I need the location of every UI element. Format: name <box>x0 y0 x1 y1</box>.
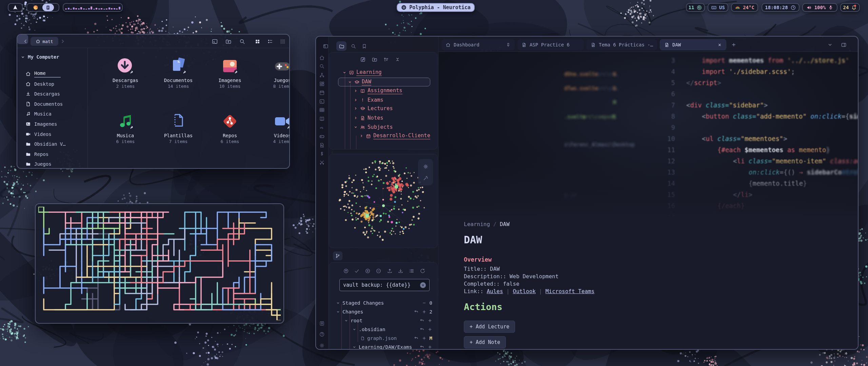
git-row-root[interactable]: root <box>344 317 362 324</box>
launcher-button[interactable] <box>8 3 23 12</box>
back-button[interactable] <box>22 38 28 44</box>
tree-item-daw[interactable]: DAW <box>348 78 371 86</box>
git-row-actions[interactable]: 0 <box>422 299 432 307</box>
sidebar-item-videos[interactable]: Videos <box>25 130 85 139</box>
fm-sidebar-header[interactable]: My Computer <box>21 54 59 60</box>
git-row-graph-json[interactable]: graph.json <box>360 334 397 342</box>
breadcrumb-parent[interactable]: Learning <box>464 221 490 227</box>
git-row-actions[interactable] <box>420 326 432 333</box>
explorer-new-note[interactable] <box>360 57 366 62</box>
close-tab-button[interactable] <box>717 43 722 47</box>
git-row-actions[interactable]: 2 <box>414 308 432 316</box>
button--add-note[interactable]: + Add Note <box>464 336 506 348</box>
ribbon-code-template[interactable]: <% <box>319 125 325 130</box>
sidebar-tab-search[interactable] <box>351 43 356 49</box>
link-outlook[interactable]: Outlook <box>513 288 536 294</box>
ribbon-book[interactable] <box>319 116 325 122</box>
clear-message-button[interactable] <box>420 282 426 288</box>
sidebar-item-home[interactable]: Home <box>25 69 85 78</box>
folder-documentos[interactable]: Documentos14 items <box>160 57 197 104</box>
ribbon-git-fork[interactable] <box>319 72 325 78</box>
sidebar-item-obsidian-v-[interactable]: Obsidian V… <box>25 140 85 148</box>
folder-descargas[interactable]: Descargas2 items <box>107 57 144 104</box>
sidebar-item-musica[interactable]: Musica <box>25 109 85 118</box>
graph-filter-button[interactable] <box>423 175 429 181</box>
tree-item-desarrollo-cliente[interactable]: Desarrollo-Cliente <box>359 132 430 140</box>
ribbon-layout-grid[interactable] <box>319 81 325 87</box>
ribbon-vault[interactable] <box>319 321 325 326</box>
git-row-learning-daw-exams[interactable]: Learning/DAW/Exams <box>352 343 412 350</box>
sidebar-item-descargas[interactable]: Descargas <box>25 89 85 98</box>
tray-clock[interactable]: 18:08:28 <box>762 3 800 12</box>
pin-icon-wrap[interactable] <box>506 42 511 47</box>
folder-juegos[interactable]: Juegos8 items <box>264 57 290 104</box>
sidebar-item-desktop[interactable]: Desktop <box>25 80 85 88</box>
forward-button[interactable] <box>60 38 66 44</box>
git-row-actions[interactable] <box>420 317 432 324</box>
tab-daw[interactable]: DAW <box>660 39 726 50</box>
git-commit-check[interactable] <box>354 268 360 274</box>
link-microsoft-teams[interactable]: Microsoft Teams <box>546 288 595 294</box>
breadcrumb-current[interactable]: DAW <box>500 221 510 227</box>
ribbon-terminal[interactable]: $_ <box>319 99 325 104</box>
git-change-list[interactable] <box>409 268 414 274</box>
sidebar-item-repos[interactable]: Repos <box>25 150 85 159</box>
ribbon-search[interactable] <box>319 63 325 69</box>
folder-repos[interactable]: Repos6 items <box>211 112 249 159</box>
tree-item-learning[interactable]: Learning <box>342 68 382 77</box>
git-unstage-all[interactable] <box>376 268 381 274</box>
git-pull[interactable] <box>398 268 403 274</box>
button--add-lecture[interactable]: + Add Lecture <box>464 321 515 333</box>
git-panel-tab[interactable] <box>333 251 342 260</box>
graph-settings-button[interactable] <box>423 164 429 169</box>
explorer-sort[interactable] <box>383 57 389 62</box>
explorer-new-folder[interactable] <box>372 57 377 62</box>
ribbon-home[interactable] <box>319 55 325 61</box>
firefox-app-button[interactable] <box>32 4 39 11</box>
new-folder-button[interactable] <box>225 38 232 45</box>
tree-item-subjects[interactable]: Subjects <box>354 123 393 131</box>
tree-item-exams[interactable]: Exams <box>354 96 383 104</box>
folder-videos[interactable]: Videos4 items <box>264 112 290 159</box>
new-tab-button[interactable] <box>731 42 736 47</box>
git-row--obsidian[interactable]: .obsidian <box>352 326 386 333</box>
ribbon-tools[interactable] <box>319 160 325 165</box>
terminal-button[interactable]: $_ <box>212 38 218 45</box>
ribbon-gamepad[interactable] <box>319 134 325 139</box>
ribbon-help[interactable] <box>319 331 325 337</box>
ribbon-calendar[interactable] <box>319 90 325 96</box>
ribbon-settings[interactable] <box>319 343 325 348</box>
sidebar-tab-layout-sidebar[interactable] <box>323 43 329 49</box>
sidebar-tab-folder[interactable] <box>339 43 344 49</box>
sidebar-item-imagenes[interactable]: Imagenes <box>25 120 85 128</box>
tree-item-assignments[interactable]: Assignments <box>354 87 402 95</box>
tab-asp-practice-6[interactable]: ASP Practice 6 <box>517 39 584 50</box>
git-row-actions[interactable]: M <box>414 334 432 342</box>
git-stage-all[interactable] <box>365 268 371 274</box>
git-commit-push[interactable] <box>343 268 349 274</box>
sidebar-item-juegos[interactable]: Juegos <box>25 160 85 168</box>
git-refresh[interactable] <box>420 268 426 274</box>
grid-view-button[interactable] <box>255 39 260 44</box>
tray-weather[interactable]: 24°C <box>731 3 758 12</box>
ribbon-table[interactable] <box>319 107 325 113</box>
sidebar-item-documentos[interactable]: Documentos <box>25 100 85 108</box>
ribbon-dollar[interactable] <box>319 151 325 157</box>
git-row-actions[interactable] <box>420 343 432 350</box>
folder-imagenes[interactable]: Imagenes10 items <box>211 57 249 104</box>
tray-keyboard-layout[interactable]: US <box>708 3 728 12</box>
folder-plantillas[interactable]: Plantillas7 items <box>160 112 197 159</box>
breadcrumb[interactable]: matt <box>31 37 58 46</box>
active-app-chip[interactable] <box>42 4 54 11</box>
music-widget[interactable]: Polyphia - Neurotica <box>397 3 475 12</box>
folder-musica[interactable]: Musica6 items <box>107 112 144 159</box>
tab-tema-6-pr-cticas-[interactable]: Tema 6 Prácticas -… <box>587 39 657 50</box>
search-button[interactable] <box>239 38 245 45</box>
tab-list-button[interactable] <box>827 42 833 47</box>
compact-view-button[interactable] <box>280 39 285 44</box>
link-aules[interactable]: Aules <box>487 288 503 294</box>
list-view-button[interactable] <box>267 39 273 44</box>
toggle-right-sidebar-button[interactable] <box>841 42 847 48</box>
tray-notifications[interactable]: 24 <box>840 3 860 12</box>
tab-dashboard[interactable]: Dashboard <box>441 39 515 50</box>
